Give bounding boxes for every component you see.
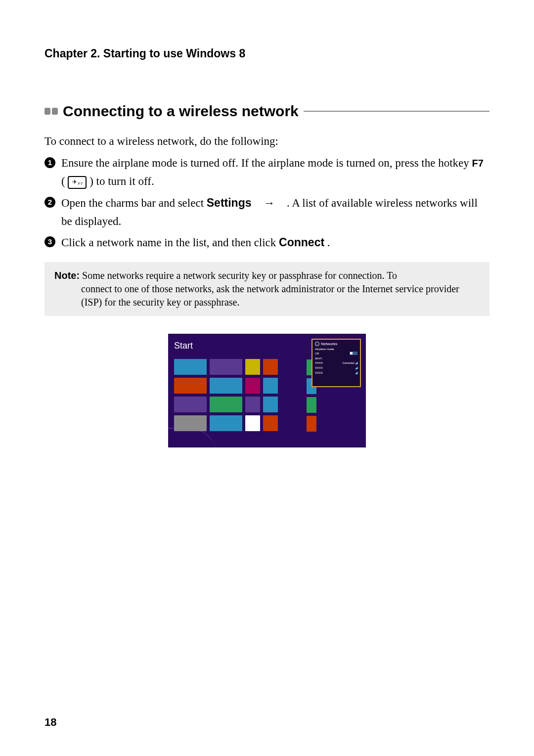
figure-wrap: Start ← Networks Airplane mode Off Wi-Fi…	[44, 334, 490, 447]
note-text-first: Some networks require a network security…	[80, 270, 397, 281]
back-arrow-icon: ←	[315, 342, 319, 346]
tile-row	[174, 359, 306, 375]
start-tile	[245, 397, 260, 412]
airplane-mode-state: Off	[315, 352, 319, 355]
signal-icon: ◢	[355, 366, 357, 369]
start-tile	[263, 378, 278, 394]
intro-text: To connect to a wireless network, do the…	[44, 133, 490, 149]
networks-title: Networks	[321, 342, 337, 346]
network-status: Connected	[342, 361, 355, 364]
networks-panel: ← Networks Airplane mode Off Wi-Fi XXXXC…	[312, 339, 361, 387]
hotkey-f7-label: F7	[472, 158, 484, 169]
airplane-key-icon: ✈ F7	[68, 176, 87, 189]
section-bullet-icon	[44, 108, 58, 115]
start-tile	[263, 397, 278, 412]
step-list: 1 Ensure the airplane mode is turned off…	[44, 154, 490, 252]
start-tile	[210, 359, 242, 375]
wifi-section-label: Wi-Fi	[315, 357, 322, 360]
step-number-2: 2	[44, 197, 55, 208]
network-item: XXXXConnected ◢	[315, 361, 357, 365]
step-1-text-a: Ensure the airplane mode is turned off. …	[61, 157, 472, 169]
note-label: Note:	[54, 270, 80, 281]
section-rule	[304, 111, 490, 112]
start-tile	[210, 415, 242, 431]
network-item: XXXX◢	[315, 366, 357, 370]
airplane-icon: ✈	[72, 178, 77, 187]
start-tile	[210, 397, 242, 412]
start-tile	[245, 378, 260, 394]
start-tile	[210, 378, 242, 394]
network-item: XXXX◢	[315, 371, 357, 375]
step-3-text-b: .	[327, 236, 330, 249]
step-2-text-a: Open the charms bar and select	[61, 197, 207, 209]
start-tile	[245, 415, 260, 431]
key-fn-label: F7	[78, 181, 83, 187]
step-number-1: 1	[44, 157, 55, 168]
airplane-mode-label: Airplane mode	[315, 348, 334, 351]
start-tile	[174, 397, 207, 412]
chapter-header: Chapter 2. Starting to use Windows 8	[44, 47, 490, 60]
step-3: 3 Click a network name in the list, and …	[44, 233, 490, 252]
start-tile	[263, 415, 278, 431]
step-3-text-a: Click a network name in the list, and th…	[61, 236, 279, 249]
step-1: 1 Ensure the airplane mode is turned off…	[44, 154, 490, 191]
settings-label: Settings	[207, 196, 252, 209]
start-tile	[174, 415, 207, 431]
start-tile	[174, 378, 207, 394]
start-tile	[263, 359, 278, 375]
side-tile	[307, 397, 316, 413]
start-tile	[174, 359, 207, 375]
page-number: 18	[44, 716, 56, 729]
step-1-text-c: ) to turn it off.	[89, 175, 154, 187]
section-title: Connecting to a wireless network	[63, 103, 299, 120]
step-1-paren-open: (	[61, 175, 65, 187]
start-tile	[245, 359, 260, 375]
step-2: 2 Open the charms bar and select Setting…	[44, 194, 490, 231]
connect-label: Connect	[279, 236, 324, 249]
section-title-row: Connecting to a wireless network	[44, 103, 490, 120]
step-number-3: 3	[44, 236, 55, 247]
tile-row	[174, 397, 306, 412]
side-tile	[307, 416, 316, 432]
network-name: XXXX	[315, 371, 323, 374]
signal-icon: ◢	[355, 361, 357, 364]
start-screen-label: Start	[174, 341, 306, 351]
note-box: Note: Some networks require a network se…	[44, 262, 490, 316]
network-name: XXXX	[315, 366, 323, 369]
arrow-right-icon: →	[254, 194, 284, 213]
signal-icon: ◢	[355, 371, 357, 374]
tile-row	[174, 415, 306, 431]
windows8-start-screenshot: Start ← Networks Airplane mode Off Wi-Fi…	[168, 334, 366, 447]
network-name: XXXX	[315, 361, 323, 364]
note-text-rest: connect to one of those networks, ask th…	[54, 282, 480, 309]
tile-row	[174, 378, 306, 394]
airplane-toggle-icon	[350, 352, 357, 355]
